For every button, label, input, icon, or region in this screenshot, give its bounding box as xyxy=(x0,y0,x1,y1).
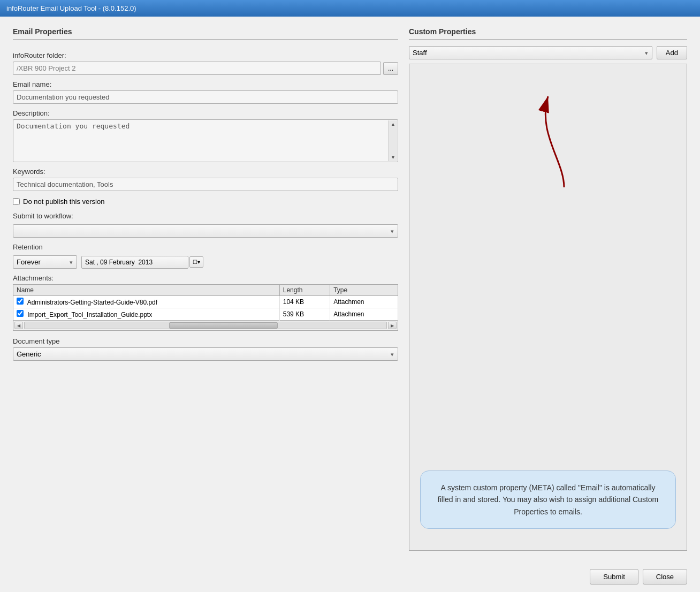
email-props-title: Email Properties xyxy=(13,27,398,40)
attachments-section: Attachments: Name Length Type xyxy=(13,274,398,331)
add-button[interactable]: Add xyxy=(657,46,687,59)
left-panel: Email Properties infoRouter folder: ... … xyxy=(13,27,398,551)
att-name-cell-2: Import_Export_Tool_Installation_Guide.pp… xyxy=(13,308,280,321)
browse-button[interactable]: ... xyxy=(383,62,398,75)
bottom-bar: Submit Close xyxy=(0,561,700,592)
att-name-cell: Administrators-Getting-Started-Guide-V80… xyxy=(13,296,280,308)
retention-date-input[interactable] xyxy=(81,256,188,269)
att-type-1: Attachmen xyxy=(330,296,398,308)
table-row: Administrators-Getting-Started-Guide-V80… xyxy=(13,296,398,308)
do-not-publish-label: Do not publish this version xyxy=(23,198,104,206)
description-wrapper: Documentation you requested ▲ ▼ xyxy=(13,119,398,162)
description-label: Description: xyxy=(13,109,398,117)
date-input-wrapper: ☐▾ xyxy=(81,256,203,269)
tooltip-bubble: A system custom property (META) called "… xyxy=(420,470,676,529)
tooltip-text: A system custom property (META) called "… xyxy=(438,483,658,516)
retention-select-wrapper: Forever xyxy=(13,255,77,269)
folder-label: infoRouter folder: xyxy=(13,51,398,59)
doc-type-select[interactable]: Generic xyxy=(13,347,398,361)
att-length-1: 104 KB xyxy=(279,296,330,308)
folder-input[interactable] xyxy=(13,62,381,75)
workflow-label: Submit to workflow: xyxy=(13,212,398,220)
att-filename-1: Administrators-Getting-Started-Guide-V80… xyxy=(27,299,157,306)
workflow-select-wrapper xyxy=(13,224,398,238)
title-bar: infoRouter Email Upload Tool - (8.0.152.… xyxy=(0,0,700,17)
keywords-label: Keywords: xyxy=(13,168,398,176)
retention-select[interactable]: Forever xyxy=(13,255,77,269)
scroll-right-arrow[interactable]: ▶ xyxy=(388,322,397,329)
attachments-label: Attachments: xyxy=(13,274,398,282)
close-button[interactable]: Close xyxy=(643,569,687,585)
custom-props-title: Custom Properties xyxy=(409,27,687,40)
retention-row: Forever ☐▾ xyxy=(13,255,398,269)
table-row: Import_Export_Tool_Installation_Guide.pp… xyxy=(13,308,398,321)
email-name-input[interactable] xyxy=(13,90,398,104)
workflow-select[interactable] xyxy=(13,224,398,238)
att-checkbox-2[interactable] xyxy=(17,310,24,317)
folder-row: ... xyxy=(13,62,398,75)
custom-props-select-wrapper: Staff xyxy=(409,46,652,59)
horizontal-scrollbar[interactable]: ◀ ▶ xyxy=(13,321,398,331)
scroll-left-arrow[interactable]: ◀ xyxy=(14,322,23,329)
col-type: Type xyxy=(330,285,398,296)
col-length: Length xyxy=(279,285,330,296)
do-not-publish-row: Do not publish this version xyxy=(13,198,398,206)
window-title: infoRouter Email Upload Tool - (8.0.152.… xyxy=(6,4,136,12)
right-panel: Custom Properties Staff Add xyxy=(409,27,687,551)
att-length-2: 539 KB xyxy=(279,308,330,321)
email-name-label: Email name: xyxy=(13,80,398,88)
curved-arrow-icon xyxy=(494,80,602,198)
att-type-2: Attachmen xyxy=(330,308,398,321)
attachments-table: Name Length Type Administrators-Getting-… xyxy=(13,284,398,321)
do-not-publish-checkbox[interactable] xyxy=(13,198,20,205)
calendar-button[interactable]: ☐▾ xyxy=(189,256,203,268)
retention-label: Retention xyxy=(13,243,398,251)
col-name: Name xyxy=(13,285,280,296)
custom-props-header: Staff Add xyxy=(409,46,687,59)
description-textarea[interactable]: Documentation you requested xyxy=(13,119,398,162)
custom-props-select[interactable]: Staff xyxy=(409,46,652,59)
att-checkbox-1[interactable] xyxy=(17,298,24,305)
main-content: Email Properties infoRouter folder: ... … xyxy=(0,17,700,561)
att-filename-2: Import_Export_Tool_Installation_Guide.pp… xyxy=(27,311,152,318)
panels-row: Email Properties infoRouter folder: ... … xyxy=(13,27,687,551)
doc-type-label: Document type xyxy=(13,337,398,345)
submit-button[interactable]: Submit xyxy=(590,569,638,585)
textarea-scrollbar: ▲ ▼ xyxy=(389,120,397,161)
scrollbar-track[interactable] xyxy=(24,322,387,329)
keywords-input[interactable] xyxy=(13,178,398,191)
doc-type-select-wrapper: Generic xyxy=(13,347,398,361)
scrollbar-thumb xyxy=(169,322,278,329)
custom-props-area: A system custom property (META) called "… xyxy=(409,64,687,551)
